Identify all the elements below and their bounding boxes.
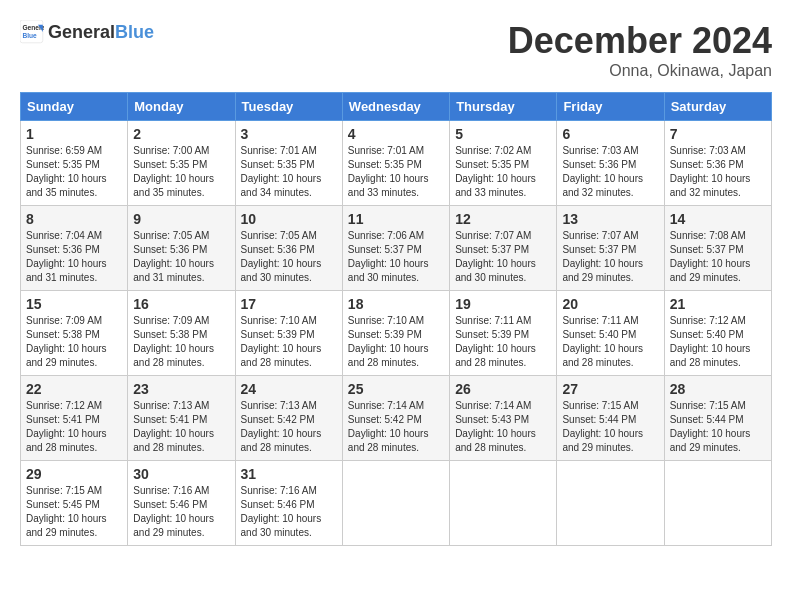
week-row-4: 22Sunrise: 7:12 AM Sunset: 5:41 PM Dayli… <box>21 376 772 461</box>
day-number: 15 <box>26 296 122 312</box>
header-day-friday: Friday <box>557 93 664 121</box>
day-number: 12 <box>455 211 551 227</box>
day-number: 1 <box>26 126 122 142</box>
cell-info: Sunrise: 7:09 AM Sunset: 5:38 PM Dayligh… <box>133 314 229 370</box>
day-number: 25 <box>348 381 444 397</box>
calendar-cell: 25Sunrise: 7:14 AM Sunset: 5:42 PM Dayli… <box>342 376 449 461</box>
day-number: 14 <box>670 211 766 227</box>
day-number: 23 <box>133 381 229 397</box>
day-number: 5 <box>455 126 551 142</box>
cell-info: Sunrise: 7:13 AM Sunset: 5:42 PM Dayligh… <box>241 399 337 455</box>
calendar-cell: 8Sunrise: 7:04 AM Sunset: 5:36 PM Daylig… <box>21 206 128 291</box>
day-number: 2 <box>133 126 229 142</box>
header-day-thursday: Thursday <box>450 93 557 121</box>
cell-info: Sunrise: 7:14 AM Sunset: 5:42 PM Dayligh… <box>348 399 444 455</box>
day-number: 22 <box>26 381 122 397</box>
day-number: 29 <box>26 466 122 482</box>
week-row-3: 15Sunrise: 7:09 AM Sunset: 5:38 PM Dayli… <box>21 291 772 376</box>
day-number: 13 <box>562 211 658 227</box>
cell-info: Sunrise: 6:59 AM Sunset: 5:35 PM Dayligh… <box>26 144 122 200</box>
day-number: 28 <box>670 381 766 397</box>
calendar-cell: 28Sunrise: 7:15 AM Sunset: 5:44 PM Dayli… <box>664 376 771 461</box>
cell-info: Sunrise: 7:11 AM Sunset: 5:39 PM Dayligh… <box>455 314 551 370</box>
week-row-1: 1Sunrise: 6:59 AM Sunset: 5:35 PM Daylig… <box>21 121 772 206</box>
header-day-wednesday: Wednesday <box>342 93 449 121</box>
cell-info: Sunrise: 7:11 AM Sunset: 5:40 PM Dayligh… <box>562 314 658 370</box>
day-number: 7 <box>670 126 766 142</box>
cell-info: Sunrise: 7:14 AM Sunset: 5:43 PM Dayligh… <box>455 399 551 455</box>
calendar-cell <box>664 461 771 546</box>
day-number: 9 <box>133 211 229 227</box>
cell-info: Sunrise: 7:15 AM Sunset: 5:44 PM Dayligh… <box>670 399 766 455</box>
calendar-cell: 1Sunrise: 6:59 AM Sunset: 5:35 PM Daylig… <box>21 121 128 206</box>
cell-info: Sunrise: 7:06 AM Sunset: 5:37 PM Dayligh… <box>348 229 444 285</box>
header-day-monday: Monday <box>128 93 235 121</box>
location-title: Onna, Okinawa, Japan <box>508 62 772 80</box>
cell-info: Sunrise: 7:03 AM Sunset: 5:36 PM Dayligh… <box>562 144 658 200</box>
calendar-cell: 3Sunrise: 7:01 AM Sunset: 5:35 PM Daylig… <box>235 121 342 206</box>
week-row-5: 29Sunrise: 7:15 AM Sunset: 5:45 PM Dayli… <box>21 461 772 546</box>
calendar-table: SundayMondayTuesdayWednesdayThursdayFrid… <box>20 92 772 546</box>
cell-info: Sunrise: 7:03 AM Sunset: 5:36 PM Dayligh… <box>670 144 766 200</box>
header-day-tuesday: Tuesday <box>235 93 342 121</box>
cell-info: Sunrise: 7:04 AM Sunset: 5:36 PM Dayligh… <box>26 229 122 285</box>
day-number: 31 <box>241 466 337 482</box>
cell-info: Sunrise: 7:01 AM Sunset: 5:35 PM Dayligh… <box>348 144 444 200</box>
calendar-cell: 26Sunrise: 7:14 AM Sunset: 5:43 PM Dayli… <box>450 376 557 461</box>
cell-info: Sunrise: 7:01 AM Sunset: 5:35 PM Dayligh… <box>241 144 337 200</box>
cell-info: Sunrise: 7:00 AM Sunset: 5:35 PM Dayligh… <box>133 144 229 200</box>
calendar-cell: 23Sunrise: 7:13 AM Sunset: 5:41 PM Dayli… <box>128 376 235 461</box>
calendar-cell: 5Sunrise: 7:02 AM Sunset: 5:35 PM Daylig… <box>450 121 557 206</box>
day-number: 24 <box>241 381 337 397</box>
header: General Blue General Blue December 2024 … <box>20 20 772 80</box>
cell-info: Sunrise: 7:13 AM Sunset: 5:41 PM Dayligh… <box>133 399 229 455</box>
day-number: 20 <box>562 296 658 312</box>
header-row: SundayMondayTuesdayWednesdayThursdayFrid… <box>21 93 772 121</box>
header-day-sunday: Sunday <box>21 93 128 121</box>
cell-info: Sunrise: 7:08 AM Sunset: 5:37 PM Dayligh… <box>670 229 766 285</box>
day-number: 10 <box>241 211 337 227</box>
calendar-cell: 6Sunrise: 7:03 AM Sunset: 5:36 PM Daylig… <box>557 121 664 206</box>
cell-info: Sunrise: 7:16 AM Sunset: 5:46 PM Dayligh… <box>133 484 229 540</box>
calendar-cell: 2Sunrise: 7:00 AM Sunset: 5:35 PM Daylig… <box>128 121 235 206</box>
calendar-cell: 22Sunrise: 7:12 AM Sunset: 5:41 PM Dayli… <box>21 376 128 461</box>
calendar-cell: 15Sunrise: 7:09 AM Sunset: 5:38 PM Dayli… <box>21 291 128 376</box>
day-number: 21 <box>670 296 766 312</box>
day-number: 3 <box>241 126 337 142</box>
day-number: 11 <box>348 211 444 227</box>
month-title: December 2024 <box>508 20 772 62</box>
calendar-cell: 14Sunrise: 7:08 AM Sunset: 5:37 PM Dayli… <box>664 206 771 291</box>
calendar-cell: 24Sunrise: 7:13 AM Sunset: 5:42 PM Dayli… <box>235 376 342 461</box>
cell-info: Sunrise: 7:05 AM Sunset: 5:36 PM Dayligh… <box>133 229 229 285</box>
logo: General Blue General Blue <box>20 20 154 44</box>
cell-info: Sunrise: 7:10 AM Sunset: 5:39 PM Dayligh… <box>241 314 337 370</box>
cell-info: Sunrise: 7:12 AM Sunset: 5:41 PM Dayligh… <box>26 399 122 455</box>
calendar-cell: 19Sunrise: 7:11 AM Sunset: 5:39 PM Dayli… <box>450 291 557 376</box>
calendar-cell: 21Sunrise: 7:12 AM Sunset: 5:40 PM Dayli… <box>664 291 771 376</box>
day-number: 4 <box>348 126 444 142</box>
cell-info: Sunrise: 7:15 AM Sunset: 5:44 PM Dayligh… <box>562 399 658 455</box>
day-number: 19 <box>455 296 551 312</box>
calendar-cell: 9Sunrise: 7:05 AM Sunset: 5:36 PM Daylig… <box>128 206 235 291</box>
day-number: 30 <box>133 466 229 482</box>
calendar-cell <box>342 461 449 546</box>
cell-info: Sunrise: 7:09 AM Sunset: 5:38 PM Dayligh… <box>26 314 122 370</box>
cell-info: Sunrise: 7:05 AM Sunset: 5:36 PM Dayligh… <box>241 229 337 285</box>
calendar-cell: 29Sunrise: 7:15 AM Sunset: 5:45 PM Dayli… <box>21 461 128 546</box>
calendar-cell: 16Sunrise: 7:09 AM Sunset: 5:38 PM Dayli… <box>128 291 235 376</box>
logo-blue-text: Blue <box>115 22 154 43</box>
title-block: December 2024 Onna, Okinawa, Japan <box>508 20 772 80</box>
calendar-cell: 13Sunrise: 7:07 AM Sunset: 5:37 PM Dayli… <box>557 206 664 291</box>
cell-info: Sunrise: 7:07 AM Sunset: 5:37 PM Dayligh… <box>562 229 658 285</box>
calendar-cell: 7Sunrise: 7:03 AM Sunset: 5:36 PM Daylig… <box>664 121 771 206</box>
calendar-cell: 31Sunrise: 7:16 AM Sunset: 5:46 PM Dayli… <box>235 461 342 546</box>
calendar-cell: 20Sunrise: 7:11 AM Sunset: 5:40 PM Dayli… <box>557 291 664 376</box>
calendar-cell: 4Sunrise: 7:01 AM Sunset: 5:35 PM Daylig… <box>342 121 449 206</box>
calendar-cell: 18Sunrise: 7:10 AM Sunset: 5:39 PM Dayli… <box>342 291 449 376</box>
calendar-cell: 17Sunrise: 7:10 AM Sunset: 5:39 PM Dayli… <box>235 291 342 376</box>
cell-info: Sunrise: 7:12 AM Sunset: 5:40 PM Dayligh… <box>670 314 766 370</box>
cell-info: Sunrise: 7:16 AM Sunset: 5:46 PM Dayligh… <box>241 484 337 540</box>
day-number: 6 <box>562 126 658 142</box>
cell-info: Sunrise: 7:10 AM Sunset: 5:39 PM Dayligh… <box>348 314 444 370</box>
day-number: 17 <box>241 296 337 312</box>
